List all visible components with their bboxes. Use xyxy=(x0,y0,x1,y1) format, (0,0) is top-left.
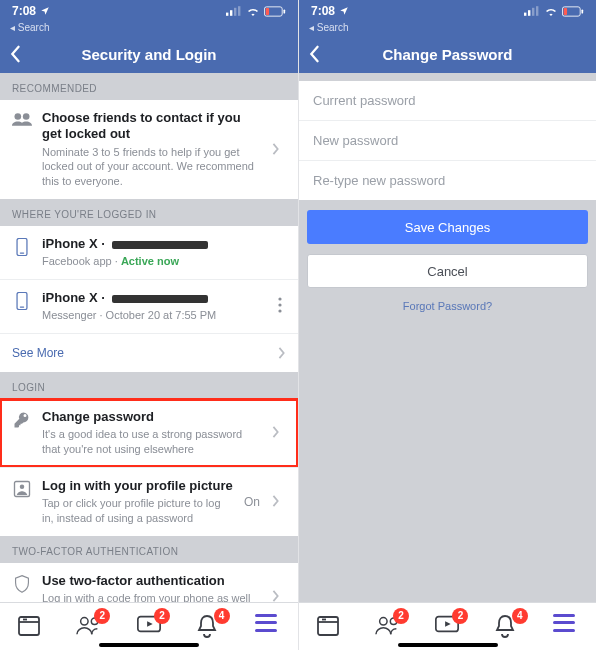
location-arrow-icon xyxy=(339,6,349,16)
back-button[interactable] xyxy=(8,35,36,73)
device-sub: Messenger · October 20 at 7:55 PM xyxy=(42,308,264,323)
back-to-search[interactable]: ◂ Search xyxy=(299,22,596,35)
tab-notifications[interactable]: 4 xyxy=(494,614,520,640)
section-logged-in: WHERE YOU'RE LOGGED IN xyxy=(0,199,298,226)
chevron-right-icon xyxy=(272,493,286,511)
chevron-right-icon xyxy=(272,588,286,602)
see-more-label: See More xyxy=(12,346,64,360)
content-area: Save Changes Cancel Forgot Password? xyxy=(299,73,596,602)
tab-menu[interactable] xyxy=(255,614,281,640)
wifi-icon xyxy=(246,6,260,16)
section-2fa: TWO-FACTOR AUTHENTICATION xyxy=(0,536,298,563)
status-bar: 7:08 xyxy=(0,0,298,22)
signal-icon xyxy=(524,6,540,16)
svg-rect-26 xyxy=(532,8,534,16)
svg-rect-24 xyxy=(524,13,526,16)
row-title: Log in with your profile picture xyxy=(42,478,234,494)
badge-count: 2 xyxy=(393,608,409,624)
status-time: 7:08 xyxy=(311,4,335,18)
chevron-left-icon xyxy=(8,45,22,63)
svg-rect-25 xyxy=(528,10,530,16)
redacted-location xyxy=(112,241,208,249)
menu-icon xyxy=(255,614,277,632)
svg-rect-30 xyxy=(564,8,567,15)
svg-rect-5 xyxy=(283,9,285,13)
row-change-password[interactable]: Change password It's a good idea to use … xyxy=(0,399,298,467)
retype-password-input[interactable] xyxy=(299,160,596,200)
device-name: iPhone X · xyxy=(42,290,264,306)
chevron-right-icon xyxy=(278,347,286,359)
back-to-search[interactable]: ◂ Search xyxy=(0,22,298,35)
svg-point-34 xyxy=(380,617,387,624)
chevron-right-icon xyxy=(272,424,286,442)
badge-count: 2 xyxy=(94,608,110,624)
tab-friends[interactable]: 2 xyxy=(76,614,102,640)
tab-friends[interactable]: 2 xyxy=(375,614,401,640)
section-recommended: RECOMMENDED xyxy=(0,73,298,100)
tab-menu[interactable] xyxy=(553,614,579,640)
row-device-1[interactable]: iPhone X · Facebook app · Active now xyxy=(0,226,298,279)
row-subtitle: Log in with a code from your phone as we… xyxy=(42,591,262,602)
friends-icon xyxy=(12,112,32,126)
redacted-location xyxy=(112,295,208,303)
screen-security-login: 7:08 ◂ Search Security and Login RECOMME… xyxy=(0,0,298,650)
tab-notifications[interactable]: 4 xyxy=(196,614,222,640)
toggle-state: On xyxy=(244,495,260,509)
device-name: iPhone X · xyxy=(42,236,286,252)
row-device-2[interactable]: iPhone X · Messenger · October 20 at 7:5… xyxy=(0,279,298,333)
current-password-input[interactable] xyxy=(299,81,596,120)
svg-point-21 xyxy=(81,617,88,624)
menu-icon xyxy=(553,614,575,632)
row-title: Change password xyxy=(42,409,262,425)
row-choose-friends[interactable]: Choose friends to contact if you get loc… xyxy=(0,100,298,199)
password-form xyxy=(299,81,596,200)
tab-bar: 2 2 4 xyxy=(299,602,596,650)
row-subtitle: Tap or click your profile picture to log… xyxy=(42,496,234,526)
back-button[interactable] xyxy=(307,35,335,73)
tab-feed[interactable] xyxy=(316,614,342,640)
home-indicator[interactable] xyxy=(99,643,199,647)
see-more-button[interactable]: See More xyxy=(0,333,298,372)
shield-icon xyxy=(12,575,32,593)
more-options-icon[interactable] xyxy=(274,297,286,317)
status-bar: 7:08 xyxy=(299,0,596,22)
svg-rect-1 xyxy=(230,10,232,16)
location-arrow-icon xyxy=(40,6,50,16)
svg-rect-10 xyxy=(20,252,25,253)
svg-rect-0 xyxy=(226,13,228,16)
badge-count: 2 xyxy=(452,608,468,624)
svg-rect-18 xyxy=(19,617,39,635)
battery-icon xyxy=(562,6,584,17)
row-profile-picture-login[interactable]: Log in with your profile picture Tap or … xyxy=(0,467,298,536)
new-password-input[interactable] xyxy=(299,120,596,160)
chevron-left-icon xyxy=(307,45,321,63)
tab-feed[interactable] xyxy=(17,614,43,640)
svg-point-13 xyxy=(278,297,281,300)
nav-bar: Security and Login xyxy=(0,35,298,73)
signal-icon xyxy=(226,6,242,16)
content-scroll[interactable]: RECOMMENDED Choose friends to contact if… xyxy=(0,73,298,602)
svg-rect-2 xyxy=(234,8,236,16)
battery-icon xyxy=(264,6,286,17)
svg-rect-12 xyxy=(20,307,25,308)
save-changes-button[interactable]: Save Changes xyxy=(307,210,588,244)
svg-rect-27 xyxy=(536,6,538,16)
row-title: Choose friends to contact if you get loc… xyxy=(42,110,262,143)
row-subtitle: Nominate 3 to 5 friends to help if you g… xyxy=(42,145,262,190)
chevron-right-icon xyxy=(272,141,286,159)
page-title: Change Password xyxy=(299,46,596,63)
profile-picture-icon xyxy=(12,480,32,498)
svg-point-17 xyxy=(20,485,25,490)
tab-watch[interactable]: 2 xyxy=(434,614,460,640)
phone-icon xyxy=(12,238,32,256)
row-subtitle: It's a good idea to use a strong passwor… xyxy=(42,427,262,457)
tab-watch[interactable]: 2 xyxy=(136,614,162,640)
svg-rect-6 xyxy=(266,8,269,15)
home-indicator[interactable] xyxy=(398,643,498,647)
screen-change-password: 7:08 ◂ Search Change Password Save Chang… xyxy=(298,0,596,650)
tab-bar: 2 2 4 xyxy=(0,602,298,650)
cancel-button[interactable]: Cancel xyxy=(307,254,588,288)
forgot-password-link[interactable]: Forgot Password? xyxy=(299,300,596,312)
badge-count: 2 xyxy=(154,608,170,624)
row-two-factor[interactable]: Use two-factor authentication Log in wit… xyxy=(0,563,298,602)
